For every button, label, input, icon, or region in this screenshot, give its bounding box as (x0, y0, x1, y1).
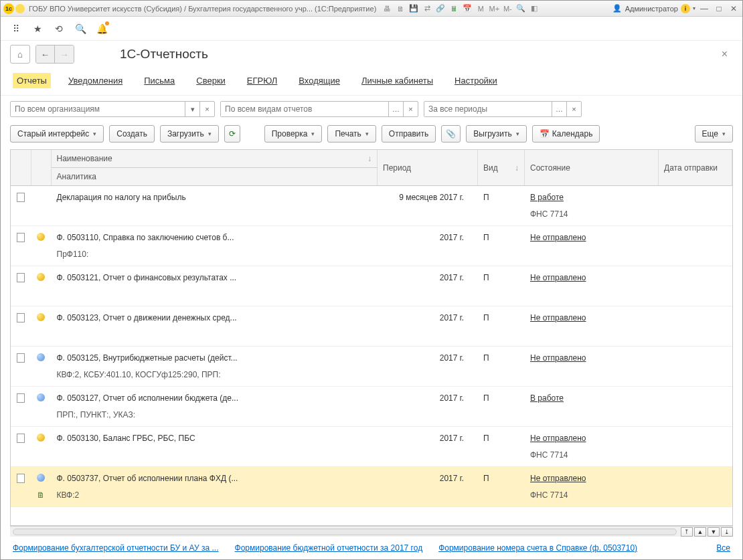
panels-icon[interactable]: ◧ (529, 3, 540, 14)
cell-sub-status: ФНС 7714 (525, 450, 659, 467)
status-link[interactable]: Не отправлено (530, 313, 586, 322)
scroll-down-icon[interactable]: ▼ (708, 527, 720, 537)
m-plus-icon[interactable]: M+ (489, 3, 499, 14)
status-dot-icon (37, 393, 45, 401)
home-button[interactable]: ⌂ (10, 45, 30, 64)
table-row[interactable]: Ф. 0503737, Отчет об исполнении плана ФХ… (11, 467, 732, 491)
status-dot-icon (37, 353, 45, 361)
tab-reconciliations[interactable]: Сверки (192, 73, 230, 88)
status-link[interactable]: Не отправлено (530, 233, 586, 242)
status-link[interactable]: Не отправлено (530, 474, 586, 483)
cell-sub-status (525, 330, 659, 347)
back-button[interactable]: ← (36, 45, 55, 63)
cell-analytics (51, 330, 378, 347)
compare-icon[interactable]: ⇄ (422, 3, 432, 14)
org-filter-dropdown[interactable]: ▾ (185, 102, 199, 116)
calc-icon[interactable]: 🖩 (448, 3, 459, 14)
print-button[interactable]: Печать▾ (327, 125, 376, 143)
type-filter-input[interactable] (221, 102, 388, 116)
close-page-button[interactable]: × (716, 48, 733, 60)
period-filter-input[interactable] (424, 102, 552, 116)
scroll-up-icon[interactable]: ▲ (694, 527, 706, 537)
forward-button[interactable]: → (55, 45, 74, 63)
tab-notifications[interactable]: Уведомления (64, 73, 127, 88)
table-row-sub (11, 290, 732, 306)
status-link[interactable]: Не отправлено (530, 434, 586, 443)
table-row[interactable]: Ф. 0503123, Отчет о движении денежных ср… (11, 306, 732, 331)
table-row-sub: 🗎 КВФ:2 ФНС 7714 (11, 490, 732, 507)
apps-icon[interactable]: ⠿ (10, 23, 22, 35)
tab-egrul[interactable]: ЕГРЮЛ (243, 73, 281, 88)
m-icon[interactable]: M (475, 3, 486, 14)
attach-button[interactable]: 📎 (441, 125, 461, 143)
app-dropdown-icon[interactable] (15, 4, 25, 13)
calendar-icon[interactable]: 📅 (462, 3, 473, 14)
cell-name: Ф. 0503130, Баланс ГРБС, РБС, ПБС (51, 427, 378, 451)
cell-analytics (51, 450, 378, 467)
table-row[interactable]: Декларация по налогу на прибыль 9 месяце… (11, 186, 732, 210)
footer-link-1[interactable]: Формирование бухгалтерской отчетности БУ… (13, 543, 219, 553)
col-name[interactable]: Наименование↓ (51, 150, 378, 168)
horizontal-scrollbar[interactable]: ⤒ ▲ ▼ ⤓ (10, 526, 733, 537)
export-button[interactable]: Выгрузить▾ (466, 125, 527, 143)
old-interface-button[interactable]: Старый интерфейс▾ (10, 125, 104, 143)
load-button[interactable]: Загрузить▾ (160, 125, 219, 143)
table-row-sub (11, 330, 732, 347)
period-filter-clear[interactable]: × (566, 102, 581, 116)
table-row[interactable]: Ф. 0503121, Отчет о финансовых результат… (11, 266, 732, 290)
notifications-icon[interactable]: 🔔 (96, 23, 108, 35)
period-filter-more[interactable]: … (552, 102, 566, 116)
col-kind[interactable]: Вид↓ (478, 150, 525, 186)
refresh-button[interactable]: ⟳ (224, 125, 240, 143)
history-icon[interactable]: ⟲ (53, 23, 65, 35)
col-period[interactable]: Период (378, 150, 478, 186)
zoom-icon[interactable]: 🔍 (515, 3, 526, 14)
cell-kind: П (478, 347, 525, 371)
table-row[interactable]: Ф. 0503110, Справка по заключению счетов… (11, 226, 732, 250)
close-button[interactable]: ✕ (728, 3, 740, 14)
minimize-button[interactable]: — (698, 3, 710, 14)
org-filter-input[interactable] (11, 102, 185, 116)
tab-settings[interactable]: Настройки (450, 73, 501, 88)
status-link[interactable]: Не отправлено (530, 273, 586, 282)
col-analytics[interactable]: Аналитика (51, 168, 378, 186)
m-minus-icon[interactable]: M- (502, 3, 513, 14)
preview-icon[interactable]: 🗎 (395, 3, 406, 14)
favorite-icon[interactable]: ★ (31, 23, 44, 35)
cell-kind: П (478, 186, 525, 210)
send-button[interactable]: Отправить (382, 125, 436, 143)
cell-kind: П (478, 427, 525, 451)
col-status[interactable]: Состояние (525, 150, 659, 186)
check-button[interactable]: Проверка▾ (264, 125, 323, 143)
scroll-bottom-icon[interactable]: ⤓ (721, 527, 733, 537)
footer-link-all[interactable]: Все (716, 543, 730, 553)
cell-name: Ф. 0503125, Внутрибюджетные расчеты (дей… (51, 347, 378, 371)
status-dot-icon (37, 273, 45, 281)
footer-link-3[interactable]: Формирование номера счета в Справке (ф. … (438, 543, 637, 553)
print-icon[interactable]: 🖶 (382, 3, 392, 14)
tab-letters[interactable]: Письма (140, 73, 179, 88)
scroll-top-icon[interactable]: ⤒ (681, 527, 693, 537)
col-sent-date[interactable]: Дата отправки (659, 150, 732, 186)
calendar-button[interactable]: 📅 Календарь (532, 125, 600, 143)
create-button[interactable]: Создать (109, 125, 155, 143)
table-row[interactable]: Ф. 0503125, Внутрибюджетные расчеты (дей… (11, 347, 732, 371)
type-filter-more[interactable]: … (388, 102, 403, 116)
table-row[interactable]: Ф. 0503130, Баланс ГРБС, РБС, ПБС 2017 г… (11, 427, 732, 451)
footer-link-2[interactable]: Формирование бюджетной отчетности за 201… (235, 543, 423, 553)
status-link[interactable]: В работе (530, 193, 564, 202)
tab-reports[interactable]: Отчеты (13, 73, 51, 88)
type-filter-clear[interactable]: × (403, 102, 418, 116)
status-link[interactable]: В работе (530, 393, 564, 403)
org-filter-clear[interactable]: × (199, 102, 214, 116)
link-icon[interactable]: 🔗 (435, 3, 446, 14)
tab-incoming[interactable]: Входящие (295, 73, 344, 88)
status-link[interactable]: Не отправлено (530, 353, 586, 363)
save-icon[interactable]: 💾 (408, 3, 419, 14)
more-button[interactable]: Еще▾ (695, 125, 733, 143)
info-icon[interactable]: i (681, 4, 690, 13)
maximize-button[interactable]: □ (713, 3, 725, 14)
search-icon[interactable]: 🔍 (74, 23, 86, 35)
tab-cabinets[interactable]: Личные кабинеты (357, 73, 437, 88)
table-row[interactable]: Ф. 0503127, Отчет об исполнении бюджета … (11, 387, 732, 411)
